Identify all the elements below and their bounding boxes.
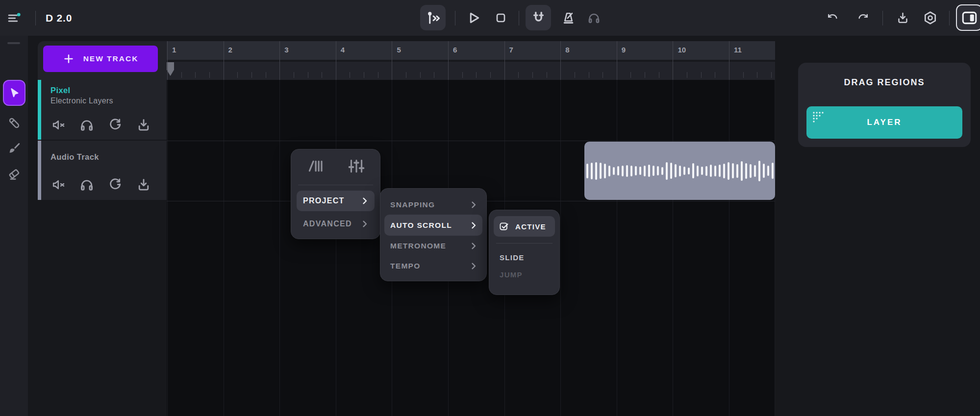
metronome-button[interactable] bbox=[557, 7, 579, 29]
download-button[interactable] bbox=[136, 177, 151, 193]
divider bbox=[949, 11, 950, 25]
bar-gridline bbox=[560, 41, 561, 80]
download-button[interactable] bbox=[892, 7, 913, 28]
track-row[interactable]: PixelElectronic Layers bbox=[38, 80, 167, 141]
headphones-button[interactable] bbox=[583, 7, 604, 28]
play-icon bbox=[465, 10, 481, 26]
beat-tick bbox=[308, 72, 308, 78]
waveform-bar bbox=[705, 166, 707, 176]
undo-button[interactable] bbox=[823, 8, 842, 27]
eraser-icon bbox=[7, 167, 22, 182]
waveform-bar bbox=[622, 166, 624, 176]
panel-right-button[interactable] bbox=[956, 4, 980, 31]
strum-button[interactable] bbox=[306, 157, 324, 175]
beat-tick bbox=[322, 72, 322, 78]
menu-item-label: JUMP bbox=[500, 270, 523, 279]
plus-icon bbox=[63, 53, 75, 65]
pencil-tool-button[interactable] bbox=[3, 112, 25, 134]
chevron-right-icon bbox=[360, 219, 370, 229]
waveform-bar bbox=[661, 167, 663, 175]
settings-button[interactable] bbox=[919, 6, 941, 29]
waveform-bar bbox=[697, 166, 699, 176]
menu-item-label: AUTO SCROLL bbox=[390, 221, 452, 230]
bar-number: 2 bbox=[228, 46, 232, 54]
timeline-ruler[interactable]: 1234567891011 bbox=[167, 41, 775, 80]
headphones-button[interactable] bbox=[79, 177, 95, 193]
bar-number: 10 bbox=[678, 46, 686, 54]
beat-tick bbox=[532, 72, 533, 78]
cycle-button[interactable] bbox=[107, 177, 123, 193]
eraser-tool-button[interactable] bbox=[3, 163, 25, 186]
chevron-right-icon bbox=[469, 261, 478, 271]
cursor-tool-button[interactable] bbox=[3, 80, 25, 106]
waveform-bar bbox=[736, 164, 738, 178]
beat-tick bbox=[659, 72, 659, 78]
chevron-right-icon bbox=[469, 200, 478, 210]
beat-tick bbox=[476, 72, 477, 78]
waveform-bar bbox=[626, 165, 628, 177]
audio-region[interactable] bbox=[584, 142, 775, 200]
beat-tick bbox=[687, 72, 687, 78]
beat-tick bbox=[364, 72, 364, 78]
chevron-right-icon bbox=[360, 196, 370, 206]
waveform-bar bbox=[692, 163, 694, 178]
beat-tick bbox=[406, 72, 406, 78]
chase-playhead-button[interactable] bbox=[420, 5, 446, 30]
bar-gridline bbox=[224, 41, 224, 80]
magnet-button[interactable] bbox=[526, 5, 551, 30]
grid-line-horizontal bbox=[167, 141, 775, 141]
redo-icon bbox=[856, 11, 870, 24]
beat-tick bbox=[743, 72, 744, 78]
menu-item-project[interactable]: PROJECT bbox=[297, 191, 375, 211]
mute-button[interactable] bbox=[50, 177, 66, 193]
main-menu-button[interactable] bbox=[7, 11, 22, 25]
waveform-bar bbox=[754, 165, 756, 177]
download-button[interactable] bbox=[136, 117, 151, 133]
mixer-button[interactable] bbox=[348, 157, 365, 175]
stop-button[interactable] bbox=[490, 7, 511, 28]
beat-tick bbox=[462, 72, 463, 78]
waveform-bar bbox=[701, 167, 703, 175]
headphones-button[interactable] bbox=[79, 117, 95, 133]
waveform-bar bbox=[719, 165, 721, 177]
ruler-bars-row: 1234567891011 bbox=[167, 41, 775, 61]
grid-line-vertical bbox=[167, 80, 168, 416]
menu-item-label: ACTIVE bbox=[515, 222, 546, 231]
waveform-bar bbox=[767, 166, 769, 176]
track-row[interactable]: Audio Track bbox=[38, 141, 167, 201]
settings-icon bbox=[923, 10, 938, 25]
mute-button[interactable] bbox=[50, 117, 66, 133]
menu-item-active[interactable]: ACTIVE bbox=[494, 216, 555, 237]
bar-gridline bbox=[167, 41, 168, 80]
cycle-button[interactable] bbox=[107, 117, 123, 133]
menu-item-jump[interactable]: JUMP bbox=[494, 264, 555, 285]
bar-gridline bbox=[392, 41, 392, 80]
app-title: D 2.0 bbox=[46, 12, 72, 24]
redo-button[interactable] bbox=[853, 8, 873, 27]
waveform-bar bbox=[617, 166, 619, 175]
bar-gridline bbox=[617, 41, 617, 80]
play-button[interactable] bbox=[461, 6, 485, 29]
brush-tool-button[interactable] bbox=[3, 137, 25, 160]
chevron-right-icon bbox=[469, 241, 478, 251]
menu-item-tempo[interactable]: TEMPO bbox=[384, 256, 482, 276]
track-color-accent bbox=[38, 141, 41, 200]
beat-tick bbox=[757, 72, 757, 78]
new-track-button[interactable]: NEW TRACK bbox=[43, 46, 158, 72]
menu-item-auto-scroll[interactable]: AUTO SCROLL bbox=[384, 215, 482, 236]
layer-drag-button[interactable]: LAYER bbox=[806, 106, 962, 139]
menu-divider bbox=[298, 185, 373, 185]
menu-item-metronome[interactable]: METRONOME bbox=[384, 236, 482, 256]
download-icon bbox=[896, 11, 910, 25]
beat-tick bbox=[294, 72, 294, 78]
waveform-bar bbox=[595, 162, 597, 180]
grid-line-vertical bbox=[673, 80, 673, 416]
waveform-bar bbox=[683, 167, 685, 175]
menu-item-snapping[interactable]: SNAPPING bbox=[384, 195, 482, 215]
grid-line-vertical bbox=[336, 80, 336, 416]
waveform-bar bbox=[600, 163, 602, 179]
menu-item-advanced[interactable]: ADVANCED bbox=[297, 214, 375, 234]
sidebar-handle[interactable] bbox=[7, 42, 20, 44]
waveform-bar bbox=[630, 166, 632, 176]
track-name: Pixel bbox=[50, 86, 71, 95]
